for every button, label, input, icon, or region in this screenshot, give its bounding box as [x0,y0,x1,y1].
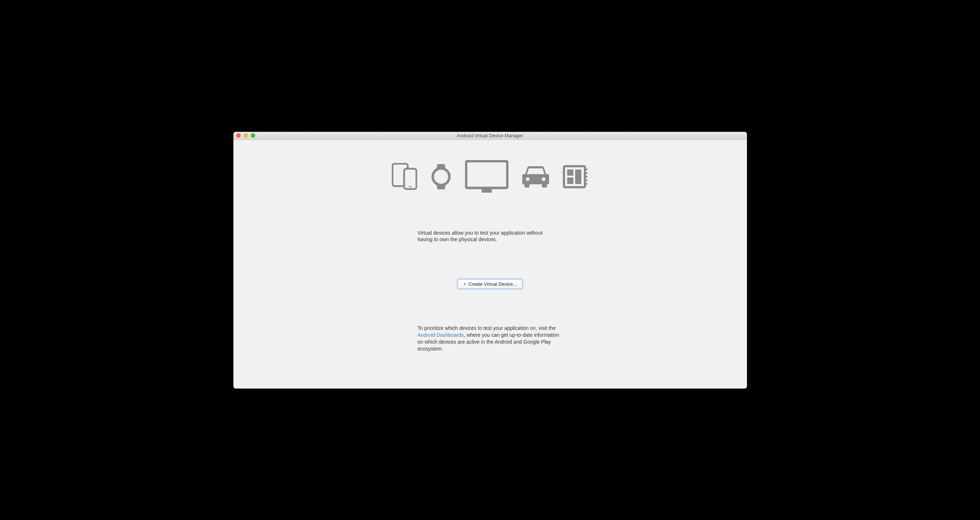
device-type-icons [392,160,588,193]
svg-rect-14 [586,176,587,178]
traffic-lights [236,133,255,138]
window-title: Android Virtual Device Manager [236,133,744,138]
create-button-label: Create Virtual Device... [468,281,517,287]
svg-rect-12 [586,169,587,170]
plus-icon: + [463,281,466,287]
intro-text-line2: having to own the physical devices. [417,236,497,242]
svg-rect-16 [586,183,587,185]
svg-rect-9 [567,170,573,176]
svg-point-3 [433,168,449,185]
svg-rect-15 [586,180,587,181]
svg-rect-8 [564,166,585,187]
minimize-window-button[interactable] [243,133,248,138]
svg-rect-11 [567,178,573,184]
close-window-button[interactable] [236,133,241,138]
svg-point-6 [526,178,530,181]
titlebar: Android Virtual Device Manager [234,132,747,140]
create-virtual-device-button[interactable]: + Create Virtual Device... [458,279,522,289]
help-text: To prioritize which devices to test your… [417,325,563,352]
phone-tablet-icon [392,163,417,190]
wear-icon [430,163,452,190]
empty-state: Virtual devices allow you to test your a… [234,140,747,388]
svg-point-7 [542,178,546,181]
tv-icon [465,160,509,193]
intro-text: Virtual devices allow you to test your a… [417,230,563,243]
automotive-icon [522,165,550,188]
svg-rect-2 [409,186,412,187]
svg-rect-1 [404,169,417,189]
things-icon [563,165,588,188]
svg-rect-4 [466,161,508,188]
svg-rect-10 [575,170,581,184]
intro-text-line1: Virtual devices allow you to test your a… [417,230,542,236]
zoom-window-button[interactable] [251,133,255,138]
avd-manager-window: Android Virtual Device Manager [234,132,747,388]
svg-rect-5 [482,189,492,193]
android-dashboards-link[interactable]: Android Dashboards [417,332,464,338]
help-text-pre: To prioritize which devices to test your… [417,325,555,331]
svg-rect-13 [586,172,587,174]
